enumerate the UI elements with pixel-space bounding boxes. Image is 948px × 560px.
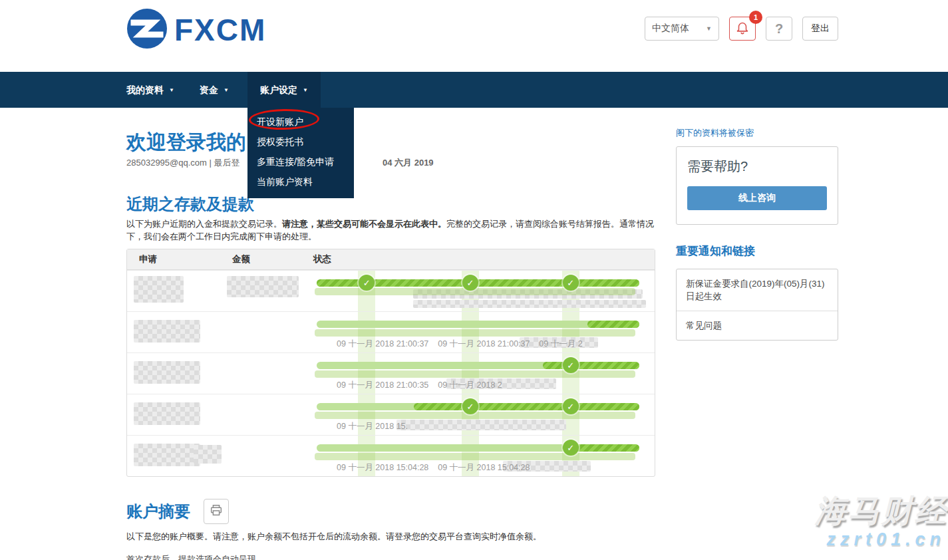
summary-section-desc: 以下是您的账户概要。请注意，账户余额不包括开仓后的流动余额。请登录您的交易平台查…	[126, 530, 605, 543]
table-row: 09 十一月 2018 15:04:28 09 十一月 2018 15:04:2…	[127, 435, 655, 476]
notification-badge: 1	[749, 11, 762, 24]
page-title: 欢迎登录我的	[126, 129, 246, 156]
chevron-down-icon: ▼	[224, 87, 229, 93]
check-icon: ✓	[563, 398, 579, 414]
nav-my-profile[interactable]: 我的资料▼	[126, 72, 174, 108]
last-login-date: 04 六月 2019	[383, 157, 434, 169]
table-header: 申请 金额 状态	[127, 249, 655, 270]
table-row: 09 十一月 2018 15. ✓✓	[127, 394, 655, 435]
check-icon: ✓	[563, 357, 579, 373]
redacted-application	[134, 276, 184, 303]
redacted-amount	[194, 445, 222, 464]
fxcm-logo-text: FXCM	[174, 15, 266, 45]
status-bar-blur	[315, 329, 635, 337]
status-timestamps: 09 十一月 2018 15.	[337, 421, 408, 432]
language-selector-value: 中文简体	[652, 23, 689, 35]
status-bar-blur	[315, 370, 635, 378]
nav-account-settings[interactable]: 账户设定▼	[247, 72, 321, 108]
fxcm-logo[interactable]: FXCM	[126, 8, 266, 52]
main-nav: 我的资料▼ 资金▼ 账户设定▼	[0, 72, 948, 108]
fxcm-logo-icon	[126, 8, 168, 52]
live-chat-button[interactable]: 线上咨询	[687, 186, 827, 210]
help-box: 需要帮助? 线上咨询	[676, 146, 838, 225]
deposits-section-desc: 以下为账户近期的入金和提款交易记录。请注意，某些交易可能不会显示在此表中。完整的…	[126, 217, 659, 243]
redacted-status-label	[413, 300, 646, 308]
table-row: 09 十一月 2018 21:00:35 09 十一月 2018 2 ✓	[127, 352, 655, 394]
check-icon: ✓	[359, 275, 375, 291]
status-timestamps: 09 十一月 2018 21:00:35 09 十一月 2018 2	[337, 380, 502, 391]
chevron-down-icon: ▼	[303, 87, 308, 93]
help-box-title: 需要帮助?	[687, 158, 827, 176]
summary-section-title: 账户摘要	[126, 501, 190, 522]
chevron-down-icon: ▼	[169, 87, 174, 93]
redacted-application	[134, 402, 200, 425]
transactions-table: 申请 金额 状态 ✓✓✓ 09 十一月 2018 21:00:37 09 十一月…	[126, 249, 655, 477]
watermark-url: zzrt01.cn	[748, 529, 948, 550]
print-button[interactable]	[204, 499, 229, 524]
printer-icon	[209, 503, 224, 520]
help-button[interactable]: ?	[766, 17, 792, 41]
logout-button[interactable]: 登出	[802, 17, 838, 41]
check-icon: ✓	[563, 275, 579, 291]
deposits-section-title: 近期之存款及提款	[126, 194, 254, 215]
watermark: 海马财经 zzrt01.cn	[748, 493, 948, 550]
table-row: ✓✓✓	[127, 270, 655, 311]
account-settings-menu: 开设新账户 授权委托书 多重连接/豁免申请 当前账户资料	[247, 108, 354, 198]
notices-title: 重要通知和链接	[676, 243, 755, 259]
redacted-amount	[227, 276, 299, 297]
redacted-application	[134, 361, 200, 384]
redacted-application	[134, 444, 200, 466]
redacted-timestamp	[396, 420, 566, 430]
site-header: FXCM 中文简体 ▼ 1 ? 登出	[0, 0, 948, 72]
clipped-bottom-text: 首次存款后，提款选项会自动呈现	[126, 553, 256, 560]
privacy-note: 阁下的资料将被保密	[676, 127, 754, 139]
notice-link-faq[interactable]: 常见问题	[677, 311, 838, 340]
check-icon: ✓	[563, 440, 579, 456]
menu-item-current-account-info[interactable]: 当前账户资料	[247, 172, 354, 192]
chevron-down-icon: ▼	[706, 25, 712, 32]
language-selector[interactable]: 中文简体 ▼	[645, 17, 719, 41]
user-email-line: 285032995@qq.com | 最后登	[126, 157, 240, 169]
status-progress-bar	[317, 444, 639, 452]
redacted-application	[134, 320, 200, 343]
status-timestamps: 09 十一月 2018 15:04:28 09 十一月 2018 15:04:2…	[337, 462, 530, 474]
watermark-brand: 海马财经	[748, 493, 948, 528]
notifications-button[interactable]: 1	[729, 17, 756, 41]
nav-funds[interactable]: 资金▼	[200, 72, 229, 108]
column-header-status: 状态	[307, 253, 655, 265]
menu-item-multi-connect-waiver[interactable]: 多重连接/豁免申请	[247, 152, 354, 172]
bell-icon	[735, 20, 750, 37]
menu-item-open-new-account[interactable]: 开设新账户	[247, 112, 354, 132]
check-icon: ✓	[462, 275, 478, 291]
table-row: 09 十一月 2018 21:00:37 09 十一月 2018 21:00:3…	[127, 311, 655, 352]
status-progress-bar	[317, 362, 639, 369]
page: FXCM 中文简体 ▼ 1 ? 登出 我的资料▼	[0, 0, 948, 560]
check-icon: ✓	[462, 398, 478, 414]
column-header-amount: 金额	[220, 253, 307, 265]
menu-item-power-of-attorney[interactable]: 授权委托书	[247, 132, 354, 152]
status-progress-bar	[317, 321, 639, 328]
notice-link-margin-requirements[interactable]: 新保证金要求自(2019)年(05)月(31)日起生效	[677, 269, 838, 311]
column-header-application: 申请	[127, 253, 220, 265]
notices-box: 新保证金要求自(2019)年(05)月(31)日起生效 常见问题	[676, 269, 838, 341]
status-bar-blur	[315, 453, 635, 460]
status-timestamps: 09 十一月 2018 21:00:37 09 十一月 2018 21:00:3…	[337, 339, 583, 350]
header-controls: 中文简体 ▼ 1 ? 登出	[645, 17, 838, 41]
